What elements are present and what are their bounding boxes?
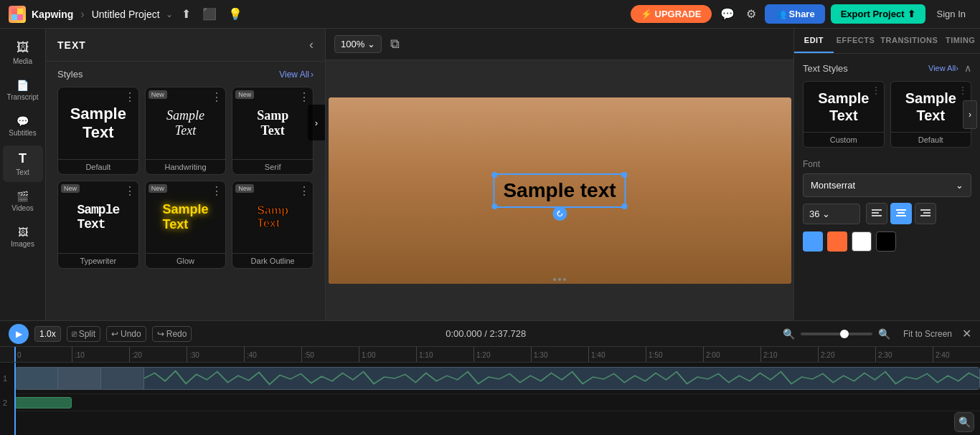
tab-effects[interactable]: EFFECTS	[834, 29, 878, 53]
style-card-default[interactable]: ⋮ SampleText Default	[57, 87, 139, 175]
fit-to-screen-button[interactable]: Fit to Screen	[899, 327, 956, 341]
style-card-serif[interactable]: New ⋮ SampText Serif	[232, 87, 314, 175]
align-right-button[interactable]	[915, 203, 936, 224]
crop-button[interactable]: ⧉	[387, 34, 402, 54]
ts-card-menu-default[interactable]: ⋮	[958, 85, 968, 96]
search-icon: 🔍	[958, 416, 971, 428]
signin-button[interactable]: Sign In	[931, 4, 971, 24]
font-section: Font Montserrat ⌄ 36 ⌄	[803, 159, 971, 252]
sidebar-item-subtitles[interactable]: 💬 Subtitles	[3, 110, 43, 143]
sidebar-item-text[interactable]: T Text	[3, 145, 43, 182]
split-icon: ⎚	[72, 329, 77, 339]
timeline-ruler: 0 :10 :20 :30 :40 :50 1:00 1:10 1:20 1:3…	[0, 347, 980, 363]
settings-button[interactable]: ⚙	[743, 4, 759, 24]
undo-button[interactable]: ↩ Undo	[106, 326, 146, 342]
view-all-button[interactable]: View All ›	[279, 70, 314, 80]
color-swatch-white[interactable]	[852, 231, 872, 252]
sidebar-item-videos[interactable]: 🎬 Videos	[3, 185, 43, 218]
ruler-mark-1: :10	[72, 347, 129, 363]
share-button[interactable]: 👥 Share	[765, 4, 825, 24]
style-card-handwriting[interactable]: New ⋮ SampleText Handwriting	[145, 87, 227, 175]
style-card-typewriter[interactable]: New ⋮ SampleText Typewriter	[57, 181, 139, 269]
speed-select[interactable]: 1.0x	[34, 326, 61, 342]
zoom-in-icon[interactable]: 🔍	[780, 325, 798, 343]
card-menu-icon-darkoutline[interactable]: ⋮	[298, 184, 310, 198]
style-card-inner-typewriter: New ⋮ SampleText	[58, 181, 138, 253]
project-chevron-icon[interactable]: ⌄	[166, 9, 173, 19]
style-card-inner-default: ⋮ SampleText	[58, 87, 138, 159]
play-button[interactable]: ▶	[9, 324, 29, 344]
card-menu-icon-typewriter[interactable]: ⋮	[124, 184, 136, 198]
color-swatch-blue[interactable]	[803, 231, 823, 252]
selected-text-element[interactable]: Sample text	[493, 173, 626, 208]
timeline-search-button[interactable]: 🔍	[954, 412, 974, 432]
color-swatch-orange[interactable]	[827, 231, 847, 252]
zoom-track[interactable]	[801, 333, 872, 335]
upload-button[interactable]: ⬆	[179, 4, 194, 24]
svg-rect-11	[923, 212, 930, 214]
style-card-darkoutline[interactable]: New ⋮ SampText Dark Outline	[232, 181, 314, 269]
ts-card-menu-custom[interactable]: ⋮	[871, 85, 881, 96]
ruler-mark-8: 1:20	[473, 347, 531, 363]
panel-close-button[interactable]: ‹	[309, 37, 314, 52]
card-menu-icon-handwriting[interactable]: ⋮	[211, 90, 222, 104]
style-grid-nav-right[interactable]: ›	[308, 105, 325, 140]
text-track-bar[interactable]	[14, 397, 72, 408]
zoom-thumb[interactable]	[840, 330, 849, 338]
split-button[interactable]: ⎚ Split	[67, 326, 100, 342]
ts-card-default[interactable]: ⋮ SampleText Default	[890, 81, 972, 148]
align-left-button[interactable]	[866, 203, 887, 224]
topbar: Kapwing › Untitled Project ⌄ ⬆ ⬛ 💡 ⚡ UPG…	[0, 0, 980, 29]
text-styles-view-all[interactable]: View All ›	[928, 64, 958, 72]
section-collapse-icon[interactable]: ∧	[964, 62, 971, 74]
card-menu-icon-glow[interactable]: ⋮	[211, 184, 222, 198]
ruler-mark-15: 2:30	[875, 347, 933, 363]
text-styles-grid: ⋮ SampleText Custom ⋮ SampleText Default…	[803, 81, 971, 148]
svg-rect-2	[11, 14, 17, 20]
align-buttons	[866, 203, 936, 224]
font-select[interactable]: Montserrat ⌄	[803, 173, 971, 197]
handle-top-left[interactable]	[491, 172, 497, 178]
align-center-button[interactable]	[890, 203, 912, 224]
color-swatch-black[interactable]	[876, 231, 896, 252]
comment-button[interactable]: 💬	[717, 4, 738, 24]
card-menu-icon[interactable]: ⋮	[124, 90, 136, 104]
export-button[interactable]: Export Project ⬆	[831, 4, 925, 24]
canvas-viewport[interactable]: Sample text	[326, 60, 793, 320]
ruler-mark-5: :50	[301, 347, 359, 363]
sidebar-item-transcript[interactable]: 📄 Transcript	[3, 74, 43, 107]
project-title[interactable]: Untitled Project	[92, 9, 160, 20]
sidebar: 🖼 Media 📄 Transcript 💬 Subtitles T Text …	[0, 29, 46, 320]
redo-button[interactable]: ↪ Redo	[152, 326, 192, 342]
ruler-mark-10: 1:40	[588, 347, 646, 363]
rotate-handle[interactable]	[552, 206, 567, 221]
tab-edit[interactable]: EDIT	[794, 29, 834, 53]
tab-transitions[interactable]: TRANSITIONS	[877, 29, 941, 53]
tab-timing[interactable]: TIMING	[941, 29, 980, 53]
style-card-glow[interactable]: New ⋮ SampleText Glow	[145, 181, 227, 269]
font-size-select[interactable]: 36 ⌄	[803, 204, 860, 224]
styles-nav-right-button[interactable]: ›	[963, 100, 977, 129]
font-size-row: 36 ⌄	[803, 203, 971, 224]
zoom-out-icon[interactable]: 🔍	[875, 325, 893, 343]
right-panel-content: Text Styles View All › ∧ ⋮ SampleText	[794, 54, 980, 320]
handle-bottom-left[interactable]	[491, 204, 497, 209]
new-badge-handwriting: New	[149, 90, 167, 99]
timeline-close-button[interactable]: ✕	[962, 327, 971, 340]
theme-toggle-button[interactable]: 💡	[225, 4, 245, 24]
sidebar-item-media[interactable]: 🖼 Media	[3, 34, 43, 71]
timeline-cursor[interactable]	[14, 347, 16, 362]
track-number-1: 1	[3, 374, 7, 383]
timeline-zoom: 🔍 🔍	[780, 325, 893, 343]
timeline-tracks: 1 2	[0, 363, 980, 435]
video-track-bar[interactable]	[14, 367, 980, 390]
zoom-select[interactable]: 100% ⌄	[334, 35, 382, 53]
preview-button[interactable]: ⬛	[199, 4, 220, 24]
sidebar-item-images[interactable]: 🖼 Images	[3, 221, 43, 254]
svg-rect-10	[920, 209, 930, 211]
text-icon: T	[19, 151, 27, 166]
ruler-mark-14: 2:20	[818, 347, 875, 363]
card-menu-icon-serif[interactable]: ⋮	[298, 90, 310, 104]
upgrade-button[interactable]: ⚡ UPGRADE	[631, 5, 712, 23]
ts-card-custom[interactable]: ⋮ SampleText Custom	[803, 81, 885, 148]
